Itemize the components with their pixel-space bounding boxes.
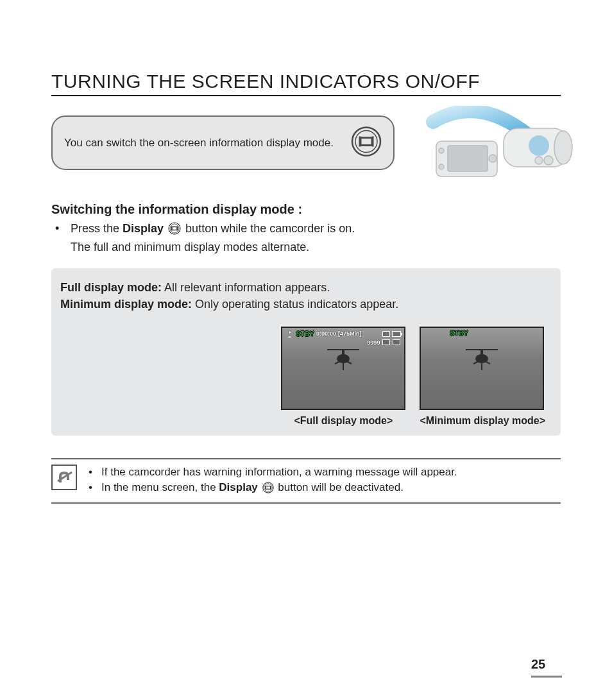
- svg-point-13: [489, 155, 497, 162]
- note-icon: [51, 465, 77, 490]
- note-item-2: In the menu screen, the Display button w…: [89, 480, 457, 498]
- page-title: TURNING THE SCREEN INDICATORS ON/OFF: [51, 71, 561, 96]
- min-mode-line: Minimum display mode: Only operating sta…: [60, 296, 552, 312]
- notes-list: If the camcorder has warning information…: [89, 465, 457, 498]
- min-display-screen: STBY: [420, 327, 544, 410]
- switching-section: Switching the information display mode :…: [51, 202, 561, 255]
- display-modes-box: Full display mode: All relevant informat…: [51, 268, 561, 435]
- svg-line-25: [346, 361, 352, 364]
- svg-rect-10: [448, 146, 488, 171]
- svg-point-7: [544, 156, 553, 165]
- svg-rect-29: [480, 350, 483, 355]
- svg-rect-17: [172, 227, 177, 230]
- svg-point-11: [439, 148, 444, 153]
- note-2-a: In the menu screen, the: [101, 481, 219, 493]
- notes-section: If the camcorder has warning information…: [51, 458, 561, 504]
- instr-part1: Press the: [71, 222, 123, 235]
- camcorder-illustration: [411, 106, 577, 185]
- full-display-caption: <Full display mode>: [281, 415, 405, 427]
- note-item-1: If the camcorder has warning information…: [89, 465, 457, 480]
- svg-rect-4: [372, 136, 374, 146]
- svg-point-1: [355, 130, 377, 152]
- svg-point-33: [262, 482, 273, 492]
- svg-rect-37: [270, 486, 271, 490]
- helicopter-icon: [466, 346, 498, 371]
- svg-point-12: [439, 164, 444, 169]
- note-1-text: If the camcorder has warning information…: [101, 466, 457, 478]
- note-2-b: button will be deactivated.: [278, 481, 404, 493]
- svg-rect-18: [171, 226, 172, 231]
- svg-rect-19: [177, 226, 178, 231]
- svg-line-31: [473, 361, 479, 364]
- stby-label: STBY: [296, 330, 314, 337]
- display-button-icon: [168, 225, 184, 237]
- osd-second-row: 9999: [367, 339, 400, 346]
- quality-icon: [393, 339, 400, 345]
- svg-point-26: [289, 330, 292, 334]
- svg-rect-22: [342, 350, 344, 355]
- instr-line2: The full and minimum display modes alter…: [71, 241, 309, 253]
- intro-text: You can switch the on-screen information…: [64, 137, 334, 149]
- full-mode-line: Full display mode: All relevant informat…: [60, 280, 552, 296]
- svg-rect-2: [361, 137, 372, 145]
- intro-box: You can switch the on-screen information…: [51, 115, 395, 170]
- min-display-example: STBY <Minimum display mode>: [420, 327, 545, 427]
- svg-line-32: [485, 361, 490, 364]
- person-icon: [285, 330, 294, 338]
- instruction-line: • Press the Display button while the cam…: [51, 221, 561, 255]
- svg-point-0: [352, 127, 380, 155]
- svg-line-24: [335, 361, 340, 364]
- display-button-icon: [351, 126, 382, 160]
- svg-point-15: [169, 223, 180, 234]
- svg-point-8: [535, 157, 543, 164]
- min-mode-desc: Only operating status indicators appear.: [192, 298, 398, 311]
- page-number: 25: [531, 657, 562, 678]
- svg-rect-3: [359, 136, 361, 146]
- full-mode-label: Full display mode:: [60, 281, 162, 294]
- photo-icon: [382, 339, 390, 345]
- screen-examples: STBY 0:00:00 [475Min] 9999 <Full display…: [60, 327, 552, 427]
- full-display-screen: STBY 0:00:00 [475Min] 9999: [281, 327, 405, 410]
- card-icon: [382, 331, 390, 337]
- min-display-caption: <Minimum display mode>: [420, 415, 545, 427]
- min-mode-label: Minimum display mode:: [60, 298, 192, 311]
- osd-top-row: STBY 0:00:00 [475Min]: [285, 330, 401, 338]
- stby-label: STBY: [450, 330, 468, 337]
- display-button-icon: [262, 484, 277, 496]
- section-heading: Switching the information display mode :: [51, 202, 561, 217]
- bullet-icon: •: [55, 221, 59, 237]
- full-mode-desc: All relevant information appears.: [162, 281, 330, 294]
- intro-row: You can switch the on-screen information…: [51, 115, 561, 170]
- battery-icon: [392, 331, 401, 337]
- svg-rect-35: [266, 486, 270, 489]
- note-2-bold: Display: [219, 481, 257, 493]
- osd-count: 9999: [367, 339, 380, 346]
- svg-point-6: [554, 131, 572, 164]
- full-display-example: STBY 0:00:00 [475Min] 9999 <Full display…: [281, 327, 405, 427]
- osd-time: 0:00:00: [316, 330, 336, 337]
- instr-part2: button while the camcorder is on.: [185, 222, 355, 235]
- osd-remain: [475Min]: [338, 330, 362, 337]
- svg-rect-36: [265, 486, 266, 490]
- instr-bold: Display: [123, 222, 164, 235]
- helicopter-icon: [327, 346, 359, 371]
- svg-point-14: [529, 135, 549, 156]
